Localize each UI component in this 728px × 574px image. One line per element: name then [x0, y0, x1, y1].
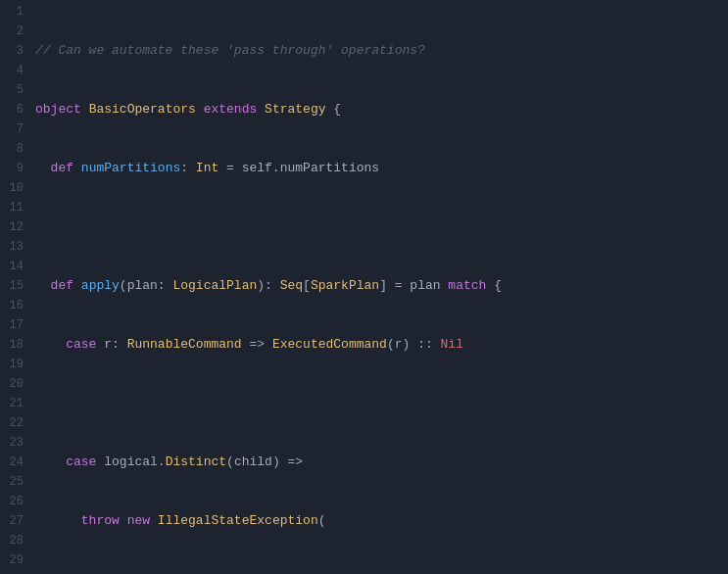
code-line-10: "logical distinct operator should have b…	[35, 570, 728, 574]
code-line-9: throw new IllegalStateException(	[35, 511, 728, 531]
code-editor: 1 2 3 4 5 6 7 8 9 10 11 12 13 14 15 16 1…	[0, 0, 728, 574]
code-line-2: object BasicOperators extends Strategy {	[35, 100, 728, 120]
code-line-8: case logical.Distinct(child) =>	[35, 453, 728, 472]
code-line-1: // Can we automate these 'pass through' …	[35, 41, 728, 61]
code-content: // Can we automate these 'pass through' …	[29, 0, 728, 574]
line-numbers: 1 2 3 4 5 6 7 8 9 10 11 12 13 14 15 16 1…	[0, 0, 29, 574]
code-line-6: case r: RunnableCommand => ExecutedComma…	[35, 335, 728, 355]
code-line-4	[35, 217, 728, 237]
code-line-5: def apply(plan: LogicalPlan): Seq[SparkP…	[35, 276, 728, 296]
code-line-7	[35, 394, 728, 413]
code-line-3: def numPartitions: Int = self.numPartiti…	[35, 159, 728, 178]
